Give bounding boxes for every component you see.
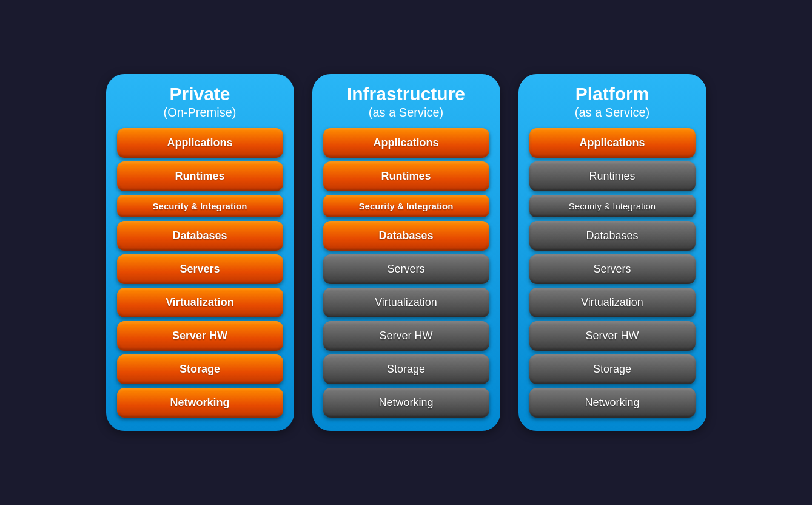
rows-private: ApplicationsRuntimesSecurity & Integrati… <box>117 128 283 418</box>
column-private: Private(On-Premise)ApplicationsRuntimesS… <box>106 74 294 431</box>
row-iaas-0: Applications <box>323 128 489 158</box>
row-private-1: Runtimes <box>117 161 283 191</box>
column-title-private: Private(On-Premise) <box>163 83 236 120</box>
row-private-2: Security & Integration <box>117 195 283 217</box>
column-title-iaas: Infrastructure(as a Service) <box>347 83 465 120</box>
row-paas-6: Server HW <box>529 321 696 351</box>
row-private-5: Virtualization <box>117 288 283 317</box>
row-paas-1: Runtimes <box>529 161 696 191</box>
row-paas-0: Applications <box>529 128 696 158</box>
row-iaas-3: Databases <box>323 221 489 251</box>
row-iaas-8: Networking <box>323 388 489 418</box>
row-paas-5: Virtualization <box>529 288 696 317</box>
column-iaas: Infrastructure(as a Service)Applications… <box>312 74 500 431</box>
rows-iaas: ApplicationsRuntimesSecurity & Integrati… <box>323 128 489 418</box>
row-iaas-2: Security & Integration <box>323 195 489 217</box>
row-iaas-5: Virtualization <box>323 288 489 317</box>
row-paas-3: Databases <box>529 221 696 251</box>
row-private-6: Server HW <box>117 321 283 351</box>
row-paas-4: Servers <box>529 254 696 284</box>
row-paas-7: Storage <box>529 354 696 384</box>
column-title-paas: Platform(as a Service) <box>575 83 649 120</box>
row-private-3: Databases <box>117 221 283 251</box>
row-iaas-4: Servers <box>323 254 489 284</box>
row-paas-2: Security & Integration <box>529 195 696 217</box>
row-iaas-1: Runtimes <box>323 161 489 191</box>
row-private-7: Storage <box>117 354 283 384</box>
row-private-4: Servers <box>117 254 283 284</box>
rows-paas: ApplicationsRuntimesSecurity & Integrati… <box>529 128 696 418</box>
row-private-0: Applications <box>117 128 283 158</box>
row-paas-8: Networking <box>529 388 696 418</box>
diagram-container: Private(On-Premise)ApplicationsRuntimesS… <box>94 62 719 443</box>
row-iaas-7: Storage <box>323 354 489 384</box>
column-paas: Platform(as a Service)ApplicationsRuntim… <box>518 74 706 431</box>
row-private-8: Networking <box>117 388 283 418</box>
row-iaas-6: Server HW <box>323 321 489 351</box>
